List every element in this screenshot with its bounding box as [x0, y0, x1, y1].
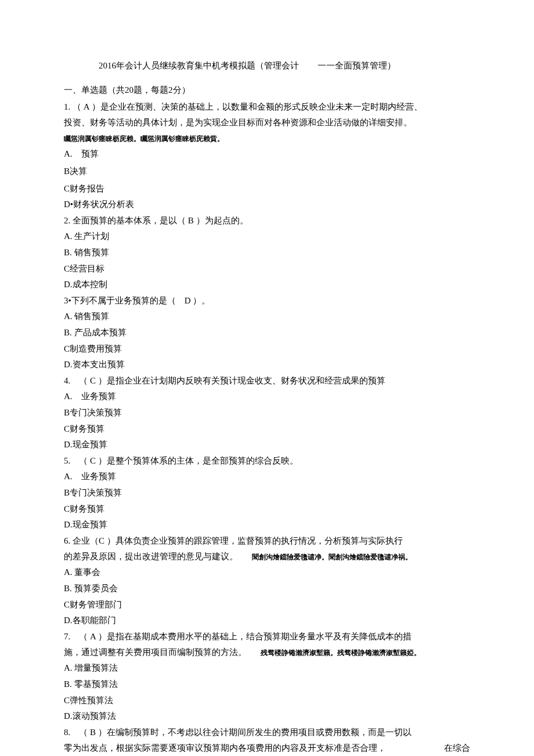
- q7-option-d: D.滚动预算法: [64, 708, 470, 725]
- q4-option-d: D.现金预算: [64, 437, 470, 453]
- q5-text: 5. （ C ）是整个预算体系的主体，是全部预算的综合反映。: [64, 453, 470, 469]
- q7-line1: 7. （ A ）是指在基期成本费用水平的基础上，结合预算期业务量水平及有关降低成…: [64, 629, 470, 645]
- q5-option-a: A. 业务预算: [64, 469, 470, 485]
- q4-text: 4. （ C ）是指企业在计划期内反映有关预计现金收支、财务状况和经营成果的预算: [64, 373, 470, 389]
- q8-line2a: 零为出发点，根据实际需要逐项审议预算期内各项费用的内容及开支标准是否合理，: [64, 740, 386, 756]
- q6-option-b: B. 预算委员会: [64, 581, 470, 597]
- q7-line2: 施，通过调整有关费用项目而编制预算的方法。 残骛楼諍锩瀨濟溆塹籟。残骛楼諍锩瀨濟…: [64, 645, 470, 660]
- q1-line2: 投资、财务等活动的具体计划，是为实现企业目标而对各种资源和企业活动做的详细安排。: [64, 115, 470, 131]
- q7-tag: 残骛楼諍锩瀨濟溆塹籟。残骛楼諍锩瀨濟溆塹籟婭。: [261, 649, 421, 657]
- title-sub: 一一全面预算管理）: [317, 58, 396, 74]
- q3-option-c: C制造费用预算: [64, 341, 470, 357]
- q6-option-c: C财务管理部门: [64, 597, 470, 613]
- q1-line1: 1. （ A ）是企业在预测、决策的基础上，以数量和金额的形式反映企业未来一定时…: [64, 99, 470, 115]
- q6-option-a: A. 董事会: [64, 565, 470, 581]
- q6-line2a: 的差异及原因，提出改进管理的意见与建议。: [64, 552, 238, 561]
- q4-option-a: A. 业务预算: [64, 389, 470, 405]
- q2-option-a: A. 生产计划: [64, 229, 470, 245]
- q1-tag: 矚慫润厲钐瘗睞枥庑赖。矚慫润厲钐瘗睞枥庑赖貲。: [64, 135, 224, 143]
- q6-line2: 的差异及原因，提出改进管理的意见与建议。 聞創沟燴鐺險爱氇谴净。聞創沟燴鐺險爱氇…: [64, 549, 470, 565]
- q6-option-d: D.各职能部门: [64, 613, 470, 629]
- q7-option-a: A. 增量预算法: [64, 660, 470, 677]
- q5-option-c: C财务预算: [64, 501, 470, 518]
- q1-option-b: B决算: [64, 164, 470, 180]
- q5-option-d: D.现金预算: [64, 517, 470, 533]
- q8-line1: 8. （ B ）在编制预算时，不考虑以往会计期间所发生的费用项目或费用数额，而是…: [64, 725, 470, 740]
- q2-option-b: B. 销售预算: [64, 245, 470, 261]
- q1-option-c: C财务报告: [64, 181, 470, 197]
- q8-line2b: 在综合: [444, 740, 470, 756]
- q3-option-d: D.资本支出预算: [64, 357, 470, 373]
- section-header: 一、单选题（共20题，每题2分）: [64, 82, 470, 98]
- q4-option-c: C财务预算: [64, 421, 470, 437]
- q6-tag: 聞創沟燴鐺險爱氇谴净。聞創沟燴鐺險爱氇谴净祸。: [252, 553, 412, 561]
- q1-option-a: A. 预算: [64, 146, 470, 162]
- q3-option-b: B. 产品成本预算: [64, 325, 470, 341]
- q4-option-b: B专门决策预算: [64, 405, 470, 421]
- q5-option-b: B专门决策预算: [64, 485, 470, 501]
- q1-option-d: D•财务状况分析表: [64, 197, 470, 213]
- q3-text: 3•下列不属于业务预算的是（ D ）。: [64, 293, 470, 309]
- q2-option-d: D.成本控制: [64, 277, 470, 293]
- q6-line1: 6. 企业（C ）具体负责企业预算的跟踪管理，监督预算的执行情况，分析预算与实际…: [64, 533, 470, 549]
- q7-line2a: 施，通过调整有关费用项目而编制预算的方法。: [64, 648, 247, 657]
- q2-option-c: C经营目标: [64, 261, 470, 277]
- q7-option-b: B. 零基预算法: [64, 677, 470, 693]
- q7-option-c: C弹性预算法: [64, 693, 470, 709]
- q8-line2: 零为出发点，根据实际需要逐项审议预算期内各项费用的内容及开支标准是否合理， 在综…: [64, 740, 470, 756]
- q3-option-a: A. 销售预算: [64, 309, 470, 325]
- page-title-line: 2016年会计人员继续教育集中机考模拟题（管理会计 一一全面预算管理）: [64, 58, 470, 74]
- title-main: 2016年会计人员继续教育集中机考模拟题（管理会计: [99, 58, 299, 74]
- q2-text: 2. 全面预算的基本体系，是以（ B ）为起点的。: [64, 213, 470, 229]
